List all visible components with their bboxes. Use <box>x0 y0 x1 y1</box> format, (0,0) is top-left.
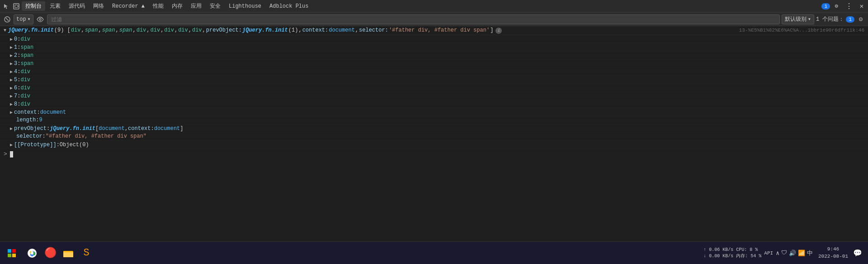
datetime[interactable]: 9:46 2022-08-01 <box>818 246 848 260</box>
tree-expand-7[interactable]: ▶ <box>10 93 13 99</box>
more-menu-icon[interactable]: ⋮ <box>843 1 855 12</box>
prop-val-prevobject-doc: document <box>99 125 125 132</box>
info-icon[interactable]: i <box>495 28 502 34</box>
obj-item-7: div <box>178 27 188 33</box>
tree-expand-1[interactable]: ▶ <box>10 44 13 50</box>
svg-rect-4 <box>8 249 11 253</box>
prop-val-3: span <box>20 60 33 67</box>
lang-icon[interactable]: 中 <box>807 249 813 257</box>
context-selector[interactable]: top ▾ <box>14 14 33 24</box>
tree-expand-4[interactable]: ▶ <box>10 68 13 74</box>
prop-val-8: div <box>20 101 30 107</box>
tab-adblock[interactable]: Adblock Plus <box>266 2 312 10</box>
prop-val-selector: "#father div, #father div span" <box>46 133 146 139</box>
console-prompt-line: > <box>0 149 868 159</box>
tree-item-context: ▶ context : document <box>0 108 868 116</box>
taskbar-jetbrains-icon[interactable]: 🔴 <box>42 245 59 262</box>
start-button[interactable] <box>4 245 20 261</box>
filter-input[interactable] <box>47 14 780 24</box>
console-settings-icon[interactable]: ⚙ <box>856 15 865 24</box>
console-log-line: ▼ jQuery.fn.init (9) [ div, span, span, … <box>0 26 868 35</box>
tab-lighthouse[interactable]: Lighthouse <box>225 2 265 10</box>
clear-console-button[interactable] <box>3 15 12 24</box>
obj-item-5: div <box>151 27 160 33</box>
prop-key-prototype: [[Prototype]] <box>14 142 57 148</box>
taskbar-sublime-icon[interactable]: S <box>78 245 95 262</box>
tree-expand-0[interactable]: ▶ <box>10 36 13 42</box>
taskbar-right: ↑ 0.06 KB/s ↓ 0.00 KB/s CPU: 8 % 内存: 54 … <box>703 246 864 260</box>
tree-item-length: length : 9 <box>0 116 868 125</box>
prop-key-0: 0 <box>14 36 17 42</box>
prop-key-2: 2 <box>14 52 17 59</box>
obj-item-8: div <box>192 27 202 33</box>
menu-bar: 控制台 元素 源代码 网络 Recorder ▲ 性能 内存 应用 安全 Lig… <box>0 0 868 13</box>
prop-val-4: div <box>20 69 30 75</box>
tree-item-8: ▶ 8 : div <box>0 100 868 108</box>
prop-val-context: document <box>40 109 66 116</box>
tree-expand-8[interactable]: ▶ <box>10 101 13 107</box>
obj-prevobject-label: prevObject: <box>206 27 242 33</box>
obj-context-value: document <box>329 27 355 33</box>
tree-expand-prototype[interactable]: ▶ <box>10 141 13 148</box>
volume-icon[interactable]: 🔊 <box>789 250 796 257</box>
svg-rect-11 <box>63 252 73 257</box>
prompt-cursor[interactable] <box>10 151 13 157</box>
notification-badge[interactable]: 1 <box>821 3 830 9</box>
taskbar: 🔴 S ↑ 0.06 KB/s ↓ 0.00 KB/s CPU: 8 % 内存:… <box>0 241 868 264</box>
obj-item-6: div <box>164 27 174 33</box>
issues-label: 1 个问题： <box>816 15 844 23</box>
tree-expand-3[interactable]: ▶ <box>10 60 13 66</box>
prop-val-prevobject-type: jQuery.fn.init <box>50 125 95 132</box>
tree-item-2: ▶ 2 : span <box>0 51 868 60</box>
tab-performance[interactable]: 性能 <box>149 1 167 11</box>
source-link[interactable]: 13-%E5%B1%82%E6%AC%A...1bbr1e90r6dfr1ik:… <box>739 28 864 33</box>
issues-badge[interactable]: 1 <box>846 16 854 23</box>
svg-line-2 <box>6 18 9 21</box>
eye-button[interactable] <box>35 14 45 24</box>
tree-item-3: ▶ 3 : span <box>0 60 868 68</box>
tree-expand-6[interactable]: ▶ <box>10 84 13 91</box>
tab-application[interactable]: 应用 <box>187 1 205 11</box>
svg-rect-5 <box>12 249 16 253</box>
log-level-selector[interactable]: 默认级别 ▾ <box>782 14 814 24</box>
context-dropdown-arrow: ▾ <box>28 16 31 23</box>
tree-expand-prevobject[interactable]: ▶ <box>10 125 13 131</box>
prop-key-context: context <box>14 109 37 116</box>
wifi-icon[interactable]: 📶 <box>798 250 805 257</box>
obj-item-3: span <box>119 27 132 33</box>
tab-recorder[interactable]: Recorder ▲ <box>108 2 148 10</box>
context-label: top <box>16 16 26 23</box>
close-devtools-icon[interactable]: ✕ <box>857 2 866 11</box>
taskbar-explorer-icon[interactable] <box>60 245 77 262</box>
inspect-icon[interactable] <box>12 2 21 11</box>
chat-icon[interactable]: 💬 <box>851 246 864 260</box>
obj-item-4: div <box>137 27 146 33</box>
tab-network[interactable]: 网络 <box>90 1 108 11</box>
windows-security-icon[interactable]: 🛡 <box>781 250 787 256</box>
devtools-settings-icon[interactable]: ⚙ <box>832 2 841 11</box>
prop-val-6: div <box>20 85 30 91</box>
prop-key-selector: selector <box>16 133 42 139</box>
expand-arrow[interactable]: ▼ <box>4 27 6 33</box>
log-level-arrow: ▾ <box>808 16 811 23</box>
taskbar-chrome-icon[interactable] <box>24 245 41 262</box>
tray-icons: ∧ 🛡 🔊 📶 中 <box>776 249 813 257</box>
svg-point-9 <box>31 252 33 255</box>
cursor-icon[interactable] <box>2 2 11 11</box>
time: 9:46 <box>827 246 839 253</box>
prop-key-7: 7 <box>14 93 17 99</box>
prop-key-5: 5 <box>14 77 17 83</box>
tab-security[interactable]: 安全 <box>206 1 224 11</box>
tree-expand-2[interactable]: ▶ <box>10 52 13 58</box>
tab-console[interactable]: 控制台 <box>22 1 45 11</box>
prop-key-4: 4 <box>14 69 17 75</box>
tree-item-prototype: ▶ [[Prototype]] : Object(0) <box>0 141 868 149</box>
taskbar-icons: 🔴 S <box>24 245 95 262</box>
tray-expand-icon[interactable]: ∧ <box>776 250 779 257</box>
tree-expand-5[interactable]: ▶ <box>10 76 13 83</box>
tab-elements[interactable]: 元素 <box>46 1 64 11</box>
tab-memory[interactable]: 内存 <box>168 1 186 11</box>
net-up: ↑ 0.06 KB/s <box>703 247 733 253</box>
tree-expand-context[interactable]: ▶ <box>10 109 13 115</box>
tab-sources[interactable]: 源代码 <box>65 1 89 11</box>
